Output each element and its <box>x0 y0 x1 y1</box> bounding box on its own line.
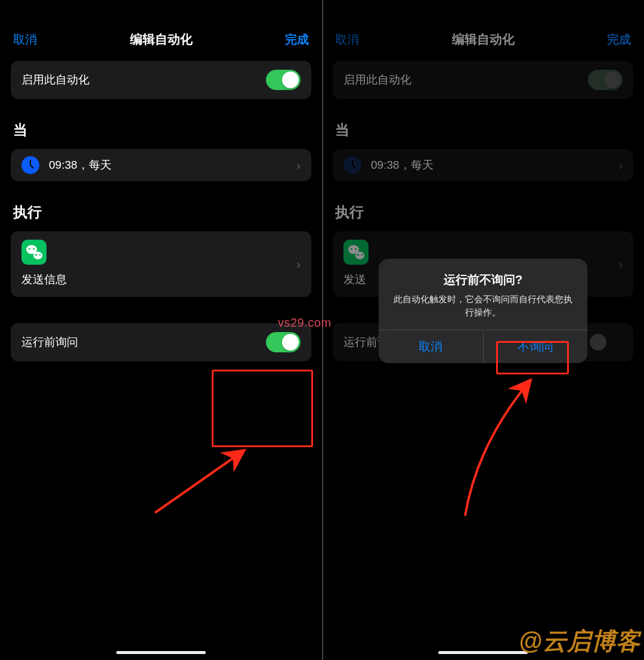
ask-toggle[interactable] <box>588 332 623 352</box>
done-button[interactable]: 完成 <box>285 32 309 48</box>
annotation-arrow <box>459 373 561 522</box>
home-indicator[interactable] <box>116 651 206 654</box>
ask-toggle[interactable] <box>266 332 301 352</box>
chevron-right-icon: › <box>296 258 301 271</box>
home-indicator[interactable] <box>438 651 528 654</box>
done-button[interactable]: 完成 <box>607 32 631 48</box>
annotation-arrow <box>149 441 262 519</box>
clock-icon <box>21 156 39 174</box>
confirm-dialog: 运行前不询问? 此自动化触发时，它会不询问而自行代表您执行操作。 取消 不询问 <box>379 259 587 363</box>
dialog-cancel-button[interactable]: 取消 <box>379 330 483 363</box>
page-title: 编辑自动化 <box>130 31 193 48</box>
nav-header: 取消 编辑自动化 完成 <box>322 23 644 61</box>
svg-line-0 <box>155 450 244 513</box>
annotation-box <box>212 370 313 447</box>
dialog-confirm-button[interactable]: 不询问 <box>483 330 588 363</box>
dialog-message: 此自动化触发时，它会不询问而自行代表您执行操作。 <box>391 293 575 319</box>
when-trigger-row[interactable]: 09:38，每天 › <box>11 149 311 181</box>
enable-automation-row: 启用此自动化 <box>11 61 311 99</box>
exec-section-label: 执行 <box>335 203 631 222</box>
phone-right: 取消 编辑自动化 完成 启用此自动化 当 09:38，每天 › 执行 发送 › <box>322 0 644 660</box>
when-trigger-row[interactable]: 09:38，每天 › <box>333 149 633 181</box>
chevron-right-icon: › <box>618 159 623 172</box>
when-section-label: 当 <box>335 120 631 140</box>
exec-action-row[interactable]: 发送信息 › <box>11 231 311 297</box>
screens-divider <box>322 0 323 660</box>
wechat-icon <box>21 240 47 265</box>
enable-toggle[interactable] <box>266 70 301 90</box>
nav-header: 取消 编辑自动化 完成 <box>0 23 322 61</box>
content-area: 启用此自动化 当 09:38，每天 › 执行 发送信息 › 运行前询问 <box>0 61 322 361</box>
ask-label: 运行前询问 <box>21 334 78 350</box>
when-text: 09:38，每天 <box>371 157 434 173</box>
page-title: 编辑自动化 <box>452 31 515 48</box>
chevron-right-icon: › <box>618 258 623 271</box>
chevron-right-icon: › <box>296 159 301 172</box>
cancel-button[interactable]: 取消 <box>335 32 359 48</box>
when-section-label: 当 <box>13 120 309 140</box>
cancel-button[interactable]: 取消 <box>13 32 37 48</box>
enable-label: 启用此自动化 <box>21 72 89 88</box>
ask-before-run-row: 运行前询问 <box>11 323 311 361</box>
enable-automation-row: 启用此自动化 <box>333 61 633 99</box>
phone-left: 取消 编辑自动化 完成 启用此自动化 当 09:38，每天 › 执行 发送信息 … <box>0 0 322 660</box>
enable-label: 启用此自动化 <box>343 72 411 88</box>
exec-section-label: 执行 <box>13 203 309 222</box>
exec-action-label: 发送信息 <box>21 272 67 287</box>
dialog-title: 运行前不询问? <box>391 272 575 288</box>
when-text: 09:38，每天 <box>49 157 112 173</box>
clock-icon <box>343 156 361 174</box>
exec-action-label: 发送 <box>343 272 366 287</box>
enable-toggle[interactable] <box>588 70 623 90</box>
wechat-icon <box>343 240 369 265</box>
